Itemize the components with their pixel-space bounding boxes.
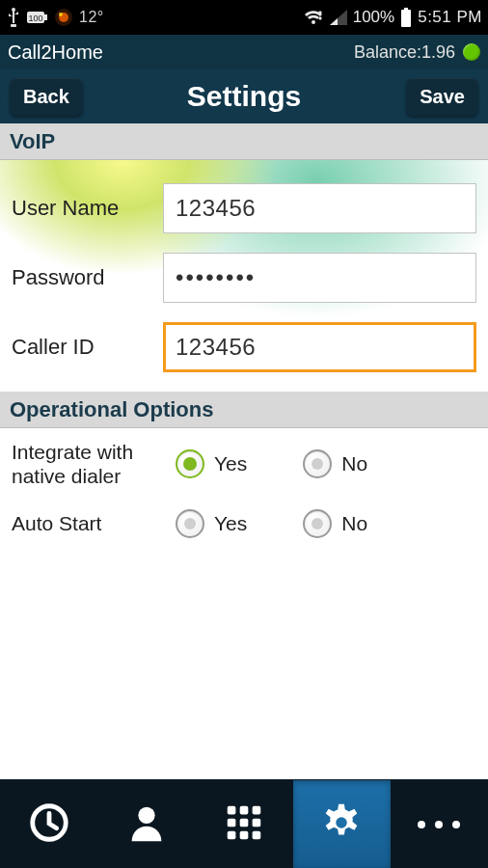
- app-title: Call2Home: [8, 41, 354, 64]
- signal-icon: [330, 10, 347, 25]
- autostart-no-option[interactable]: No: [303, 509, 367, 538]
- battery-small-icon: 100: [27, 10, 48, 25]
- clock-icon: [27, 800, 71, 849]
- svg-rect-11: [401, 10, 411, 27]
- more-icon: [418, 821, 460, 828]
- radio-on-icon: [176, 449, 204, 478]
- integrate-label: Integrate with native dialer: [12, 440, 176, 488]
- voip-form: User Name Password Caller ID: [0, 160, 488, 392]
- autostart-yes-option[interactable]: Yes: [176, 509, 247, 538]
- nav-contacts[interactable]: [97, 780, 195, 868]
- svg-rect-16: [253, 805, 261, 814]
- balance-text: Balance:1.96: [354, 42, 455, 63]
- autostart-label: Auto Start: [12, 511, 176, 535]
- spacer: [0, 563, 488, 779]
- integrate-no-option[interactable]: No: [303, 449, 367, 478]
- svg-point-13: [138, 806, 154, 823]
- keypad-icon: [222, 800, 266, 849]
- section-header-voip: VoIP: [0, 123, 488, 160]
- svg-text:100: 100: [28, 14, 42, 23]
- back-button[interactable]: Back: [10, 78, 83, 116]
- save-button[interactable]: Save: [406, 78, 478, 116]
- nav-keypad[interactable]: [195, 780, 292, 868]
- svg-rect-4: [44, 14, 47, 20]
- svg-rect-18: [240, 818, 249, 827]
- operational-options: Integrate with native dialer Yes No Auto…: [0, 428, 488, 563]
- username-input[interactable]: [163, 183, 476, 233]
- password-label: Password: [12, 265, 163, 290]
- password-input[interactable]: [163, 253, 476, 303]
- wifi-icon: [303, 9, 324, 26]
- nav-recent[interactable]: [0, 780, 97, 868]
- svg-point-23: [336, 817, 347, 828]
- battery-percent-label: 100%: [353, 8, 394, 27]
- radio-off-icon: [176, 509, 204, 538]
- section-header-operational: Operational Options: [0, 392, 488, 428]
- nav-more[interactable]: [391, 780, 488, 868]
- person-icon: [124, 800, 169, 849]
- svg-rect-22: [253, 830, 261, 839]
- toolbar: Back Settings Save: [0, 69, 488, 123]
- android-status-bar: 100 12° 100% 5:51 PM: [0, 0, 488, 35]
- svg-rect-10: [404, 8, 408, 10]
- svg-rect-19: [253, 818, 261, 827]
- svg-rect-17: [228, 818, 236, 827]
- svg-rect-21: [240, 830, 249, 839]
- username-label: User Name: [12, 196, 163, 221]
- callerid-input[interactable]: [163, 322, 476, 372]
- battery-icon: [400, 8, 412, 27]
- app-notification-icon: [54, 8, 73, 27]
- svg-rect-20: [228, 830, 236, 839]
- radio-off-icon: [303, 509, 332, 538]
- svg-rect-2: [11, 24, 16, 27]
- gear-icon: [319, 800, 364, 849]
- svg-point-9: [312, 20, 315, 24]
- integrate-yes-option[interactable]: Yes: [176, 449, 247, 478]
- radio-off-icon: [303, 449, 332, 478]
- svg-rect-14: [228, 805, 236, 814]
- clock-label: 5:51 PM: [418, 8, 482, 27]
- svg-point-8: [59, 13, 63, 16]
- temperature-label: 12°: [79, 9, 104, 26]
- svg-rect-15: [240, 805, 249, 814]
- svg-rect-1: [13, 10, 14, 23]
- status-dot-icon: [463, 43, 480, 61]
- bottom-nav: [0, 779, 488, 868]
- nav-settings[interactable]: [293, 780, 391, 868]
- balance-bar: Call2Home Balance:1.96: [0, 35, 488, 69]
- usb-icon: [6, 8, 21, 27]
- callerid-label: Caller ID: [12, 335, 163, 360]
